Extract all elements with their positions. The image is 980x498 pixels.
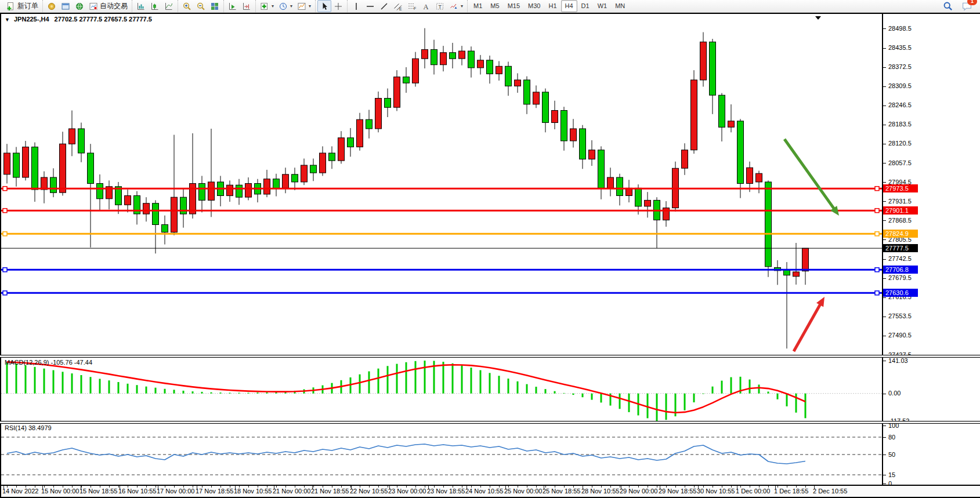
svg-text:E: E xyxy=(399,6,402,10)
cursor-button[interactable] xyxy=(317,0,331,12)
timeframe-button-M15[interactable]: M15 xyxy=(504,0,524,12)
arrows-objects-button[interactable]: ▾ xyxy=(447,0,465,12)
periods-button[interactable]: ▾ xyxy=(276,0,295,12)
timeframe-button-MN[interactable]: MN xyxy=(611,0,629,12)
svg-text:T: T xyxy=(439,3,442,9)
axis-tick xyxy=(883,259,886,260)
line-handle[interactable] xyxy=(3,291,7,295)
time-axis: 14 Nov 202215 Nov 00:0015 Nov 18:5516 No… xyxy=(1,486,980,497)
line-handle[interactable] xyxy=(3,209,7,213)
vertical-line-button[interactable] xyxy=(349,0,363,12)
line-handle[interactable] xyxy=(875,291,879,295)
candle-body xyxy=(125,196,131,205)
timeframe-button-M5[interactable]: M5 xyxy=(486,0,503,12)
price-tick-label: 27553.5 xyxy=(888,312,912,319)
text-button[interactable]: A xyxy=(419,0,433,12)
chevron-down-icon: ▾ xyxy=(309,3,311,9)
auto-scroll-button[interactable] xyxy=(226,0,240,12)
candle-body xyxy=(88,153,94,184)
candle-body xyxy=(691,80,697,150)
line-handle[interactable] xyxy=(875,268,879,272)
toolbar-group: 新订单 xyxy=(2,0,42,13)
axis-tick xyxy=(883,336,886,336)
new-order-button-label: 新订单 xyxy=(17,1,38,11)
line-handle[interactable] xyxy=(3,232,7,236)
fibonacci-button[interactable]: F xyxy=(405,0,419,12)
time-label: 22 Nov 10:55 xyxy=(350,488,388,495)
price-badge-27824.9: 27824.9 xyxy=(883,230,918,238)
candle-body xyxy=(403,77,410,83)
axis-tick xyxy=(883,475,886,475)
candle-body xyxy=(78,129,85,153)
timeframe-button-M30[interactable]: M30 xyxy=(524,0,544,12)
indicators-icon xyxy=(260,2,269,11)
line-mode-button[interactable] xyxy=(162,0,176,12)
horizontal-line-button[interactable] xyxy=(363,0,377,12)
charts-window-button[interactable] xyxy=(59,0,73,12)
axis-tick xyxy=(883,48,886,49)
time-label: 21 Nov 00:00 xyxy=(273,488,310,495)
bars-mode-button[interactable] xyxy=(134,0,148,12)
shapes-icon xyxy=(449,2,458,11)
line-handle[interactable] xyxy=(3,187,7,191)
red-up-arrow[interactable] xyxy=(794,297,824,351)
zoom-in-button[interactable] xyxy=(180,0,194,12)
candle-body xyxy=(13,153,20,177)
candle-body xyxy=(635,188,642,206)
channel-button[interactable]: E xyxy=(391,0,405,12)
axis-tick xyxy=(883,125,886,125)
timeframe-button-M1[interactable]: M1 xyxy=(469,0,486,12)
indicators-button[interactable]: ▾ xyxy=(258,0,276,12)
panel-splitter-rsi[interactable] xyxy=(0,421,980,424)
timeframe-button-H4[interactable]: H4 xyxy=(561,0,577,12)
vline-icon xyxy=(352,2,361,11)
tile-windows-button[interactable] xyxy=(208,0,222,12)
market-news-button[interactable] xyxy=(73,0,86,12)
timeframe-button-H1[interactable]: H1 xyxy=(544,0,560,12)
candle-body xyxy=(589,150,595,159)
trendline-icon xyxy=(379,2,389,11)
community-button[interactable] xyxy=(45,0,59,12)
time-label: 15 Nov 00:00 xyxy=(41,488,79,495)
candle-body xyxy=(719,95,725,127)
new-order-button[interactable]: 新订单 xyxy=(4,0,41,12)
time-label: 15 Nov 18:55 xyxy=(79,488,117,495)
notifications-button[interactable]: 1 xyxy=(960,0,974,12)
price-tick-label: 27868.5 xyxy=(888,217,912,224)
chart-collapse-icon[interactable]: ▼ xyxy=(5,17,10,23)
line-handle[interactable] xyxy=(875,187,879,191)
panel-splitter-macd[interactable] xyxy=(0,355,980,358)
toolbar-group xyxy=(223,0,255,13)
text-label-button[interactable]: T xyxy=(433,0,447,12)
candle-chart-icon xyxy=(150,2,160,11)
line-handle[interactable] xyxy=(875,209,879,213)
timeframe-button-D1[interactable]: D1 xyxy=(577,0,594,12)
axis-tick xyxy=(883,484,886,484)
candle-body xyxy=(60,144,66,192)
time-label: 24 Nov 10:55 xyxy=(465,488,503,495)
green-down-arrow[interactable] xyxy=(784,139,839,216)
toolbar-group: EFAT▾ xyxy=(347,0,467,13)
auto-trading-button[interactable]: 自动交易 xyxy=(86,0,130,12)
axis-tick xyxy=(883,144,886,144)
crosshair-button[interactable] xyxy=(331,0,345,12)
price-tick-label: 28498.5 xyxy=(888,25,912,32)
search-icon xyxy=(943,1,953,11)
chart-shift-marker-icon[interactable] xyxy=(815,16,821,20)
zoom-out-button[interactable] xyxy=(194,0,208,12)
candle-body xyxy=(153,203,159,225)
search-button[interactable] xyxy=(941,0,955,12)
rsi-axis-label: 50 xyxy=(888,451,895,458)
line-handle[interactable] xyxy=(875,232,879,236)
time-label: 2 Dec 10:55 xyxy=(813,488,847,495)
price-tick-label: 27490.5 xyxy=(888,332,912,339)
candles-mode-button[interactable] xyxy=(148,0,162,12)
timeframe-button-W1[interactable]: W1 xyxy=(594,0,612,12)
mt4-trading-terminal: 新订单自动交易▾▾▾EFAT▾M1M5M15M30H1H4D1W1MN1 ▼ J… xyxy=(0,0,980,498)
chart-shift-button[interactable] xyxy=(240,0,254,12)
candle-body xyxy=(598,150,605,188)
trendline-button[interactable] xyxy=(377,0,391,12)
axis-tick xyxy=(883,361,886,361)
line-handle[interactable] xyxy=(3,268,7,272)
templates-button[interactable]: ▾ xyxy=(295,0,313,12)
